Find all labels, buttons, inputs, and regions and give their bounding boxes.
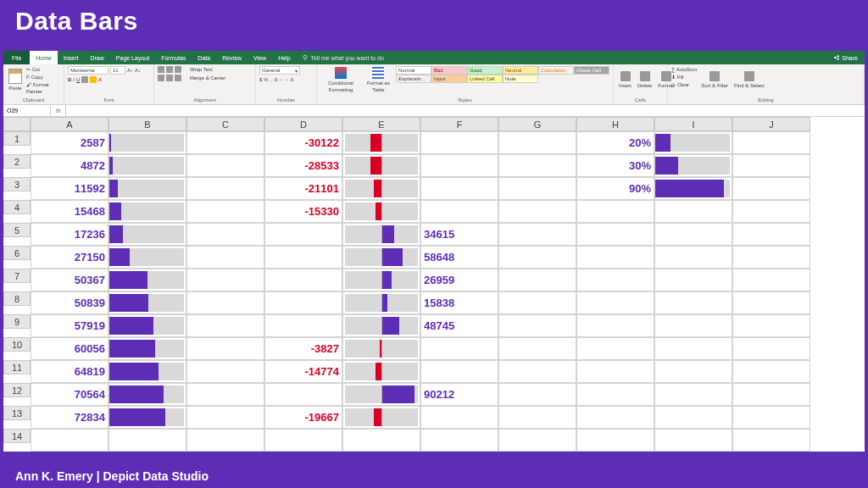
cell[interactable]: [264, 429, 342, 452]
cell[interactable]: [31, 429, 108, 452]
cell[interactable]: [654, 360, 732, 383]
cell[interactable]: [264, 246, 342, 269]
column-header[interactable]: H: [576, 117, 654, 131]
merge-center-button[interactable]: Merge & Center: [190, 75, 225, 81]
increase-decimal-button[interactable]: .0→: [273, 76, 282, 83]
cell[interactable]: 90212: [420, 383, 498, 406]
cell[interactable]: [732, 337, 810, 360]
row-header[interactable]: 12: [3, 383, 31, 397]
row-header[interactable]: 9: [3, 314, 31, 329]
cell-style-option[interactable]: Bad: [431, 66, 467, 75]
cell[interactable]: 64819: [31, 360, 108, 383]
paste-button[interactable]: Paste: [7, 66, 24, 93]
column-header[interactable]: I: [654, 117, 732, 131]
cell[interactable]: [342, 246, 420, 269]
cell[interactable]: [108, 406, 186, 429]
cell[interactable]: 90%: [576, 177, 654, 200]
cell[interactable]: [186, 131, 264, 154]
format-as-table-button[interactable]: Format as Table: [364, 66, 393, 93]
cell-style-option[interactable]: Normal: [396, 66, 431, 75]
cell[interactable]: [186, 406, 264, 429]
align-middle-button[interactable]: [166, 66, 173, 73]
align-right-button[interactable]: [175, 75, 181, 81]
column-header[interactable]: B: [108, 117, 186, 131]
cell[interactable]: 20%: [576, 131, 654, 154]
sort-filter-button[interactable]: Sort & Filter: [699, 66, 730, 93]
cell[interactable]: [186, 383, 264, 406]
cell[interactable]: [732, 154, 810, 177]
cell[interactable]: [342, 337, 420, 360]
column-header[interactable]: E: [342, 117, 420, 131]
cell[interactable]: [186, 200, 264, 223]
row-header[interactable]: 7: [3, 269, 31, 283]
clear-button[interactable]: ◇ Clear: [671, 81, 697, 88]
cell[interactable]: 58648: [420, 246, 498, 269]
cell[interactable]: [732, 223, 810, 246]
row-header[interactable]: 2: [3, 154, 31, 169]
menu-tab-draw[interactable]: Draw: [84, 51, 109, 64]
cell[interactable]: [498, 177, 576, 200]
cell[interactable]: [186, 154, 264, 177]
cell[interactable]: [186, 360, 264, 383]
cell[interactable]: [108, 131, 186, 154]
cell[interactable]: [654, 406, 732, 429]
autosum-button[interactable]: ∑ AutoSum: [671, 66, 697, 73]
cell-style-option[interactable]: Explanato...: [396, 75, 431, 83]
cell[interactable]: [654, 429, 732, 452]
cell[interactable]: [342, 314, 420, 337]
column-header[interactable]: F: [420, 117, 498, 131]
insert-cells-button[interactable]: Insert: [617, 66, 633, 93]
file-tab[interactable]: File: [3, 51, 30, 64]
underline-button[interactable]: U: [76, 76, 80, 83]
cell[interactable]: [108, 291, 186, 314]
cell[interactable]: [498, 314, 576, 337]
cell[interactable]: [732, 177, 810, 200]
cell[interactable]: [186, 337, 264, 360]
cell[interactable]: [420, 177, 498, 200]
cell[interactable]: 60056: [31, 337, 108, 360]
column-header[interactable]: C: [186, 117, 264, 131]
row-header[interactable]: 11: [3, 360, 31, 374]
cell[interactable]: [108, 337, 186, 360]
cell[interactable]: 72834: [31, 406, 108, 429]
cell[interactable]: -14774: [264, 360, 342, 383]
row-header[interactable]: 5: [3, 223, 31, 237]
align-left-button[interactable]: [158, 75, 164, 81]
cell[interactable]: 50839: [31, 291, 108, 314]
cell[interactable]: [108, 223, 186, 246]
cell[interactable]: [498, 429, 576, 452]
cell[interactable]: [108, 177, 186, 200]
row-header[interactable]: 4: [3, 200, 31, 214]
cell[interactable]: [264, 314, 342, 337]
cell[interactable]: [654, 177, 732, 200]
cell[interactable]: 34615: [420, 223, 498, 246]
cell[interactable]: 4872: [31, 154, 108, 177]
cell[interactable]: 15468: [31, 200, 108, 223]
cell[interactable]: -21101: [264, 177, 342, 200]
font-name-select[interactable]: Montserrat: [68, 66, 108, 75]
cell[interactable]: [576, 429, 654, 452]
cell[interactable]: [498, 383, 576, 406]
cell[interactable]: [732, 360, 810, 383]
cell-style-option[interactable]: Neutral: [503, 66, 538, 75]
column-header[interactable]: G: [498, 117, 576, 131]
cell[interactable]: [108, 360, 186, 383]
cell-styles-gallery[interactable]: NormalBadGoodNeutralCalculationCheck Cel…: [396, 66, 609, 83]
column-header[interactable]: J: [732, 117, 810, 131]
cell[interactable]: [498, 223, 576, 246]
cell[interactable]: [576, 314, 654, 337]
menu-tab-review[interactable]: Review: [216, 51, 248, 64]
italic-button[interactable]: I: [73, 76, 75, 83]
cell[interactable]: [576, 337, 654, 360]
cell[interactable]: [732, 314, 810, 337]
cell[interactable]: [186, 177, 264, 200]
cell[interactable]: [186, 269, 264, 291]
menu-tab-view[interactable]: View: [248, 51, 272, 64]
find-select-button[interactable]: Find & Select: [732, 66, 766, 93]
cell[interactable]: [654, 200, 732, 223]
cell[interactable]: [732, 406, 810, 429]
format-painter-button[interactable]: 🖌 Format Painter: [26, 81, 60, 95]
cell[interactable]: 57919: [31, 314, 108, 337]
cell[interactable]: [342, 360, 420, 383]
menu-tab-home[interactable]: Home: [30, 51, 58, 64]
